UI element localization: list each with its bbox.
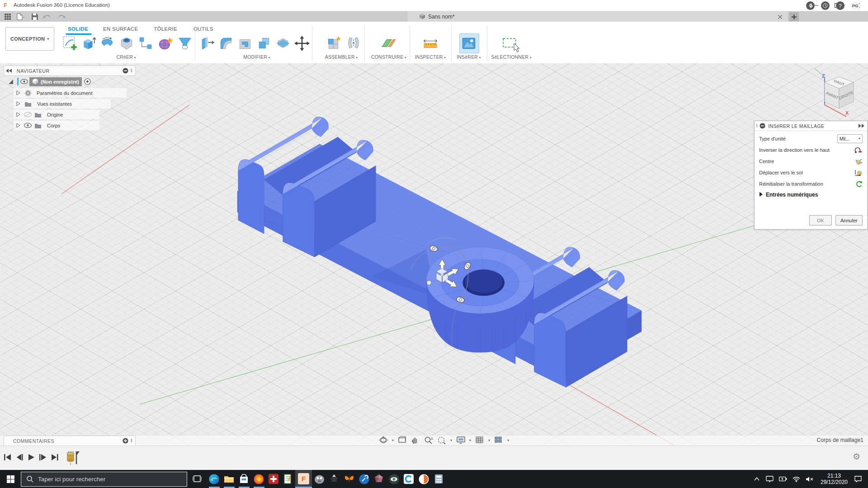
move-icon[interactable]: [294, 35, 310, 52]
shell-icon[interactable]: [237, 35, 253, 52]
tree-item-parametres[interactable]: Paramètres du document: [14, 88, 127, 98]
tab-outils[interactable]: OUTILS: [193, 26, 213, 32]
taskbar-app-notes[interactable]: [283, 474, 294, 484]
dialog-row-flip[interactable]: Inverser la direction vers le haut: [755, 144, 867, 155]
taskbar-app-medical[interactable]: [268, 474, 279, 484]
new-tab-button[interactable]: [789, 12, 799, 21]
viewport-3d[interactable]: HAUT AVANT DROITE Z X NAVIGATEUR ‖ (Non …: [0, 63, 868, 446]
taskbar-app-eye[interactable]: [388, 474, 399, 484]
file-menu-icon[interactable]: [16, 13, 24, 21]
expand-dialog-icon[interactable]: [859, 124, 865, 128]
pattern-icon[interactable]: [137, 35, 154, 52]
tab-en-surface[interactable]: EN SURFACE: [103, 26, 138, 32]
battery-icon[interactable]: [779, 476, 787, 482]
taskbar-app-store[interactable]: [238, 474, 249, 484]
step-back-icon[interactable]: [15, 453, 24, 461]
joint-icon[interactable]: [345, 35, 362, 52]
timeline-settings-gear-icon[interactable]: ⚙: [853, 451, 860, 462]
taskbar-app-gimp[interactable]: [314, 474, 325, 484]
taskbar-app-slicer[interactable]: [418, 474, 429, 484]
viewports-icon[interactable]: [494, 436, 503, 444]
construction-plane-icon[interactable]: [381, 35, 397, 52]
go-to-start-icon[interactable]: [4, 453, 12, 461]
group-label-creer[interactable]: CRéER: [116, 54, 136, 60]
dialog-minus-icon[interactable]: [760, 123, 765, 129]
taskbar-app-edge[interactable]: [208, 474, 219, 484]
flip-direction-icon[interactable]: [854, 146, 863, 154]
panel-grip[interactable]: ‖: [131, 68, 132, 73]
taskbar-app-fusion360[interactable]: F: [295, 470, 312, 488]
collapse-panel-icon[interactable]: [6, 69, 12, 73]
look-at-icon[interactable]: [398, 436, 407, 444]
group-label-inserer[interactable]: INSéRER: [457, 54, 481, 60]
chevron-down-icon[interactable]: ▾: [450, 438, 452, 442]
close-tab-icon[interactable]: [776, 13, 784, 21]
zoom-icon[interactable]: ±: [424, 436, 433, 444]
visibility-eye-icon[interactable]: [20, 79, 28, 84]
cast-display-icon[interactable]: [766, 476, 774, 482]
start-button[interactable]: [7, 475, 14, 483]
hidden-eye-icon[interactable]: [24, 112, 32, 117]
reset-transform-icon[interactable]: [855, 180, 863, 188]
revolve-icon[interactable]: [99, 35, 115, 52]
taskbar-app-tools[interactable]: [359, 474, 369, 484]
taskbar-app-inkscape[interactable]: [329, 474, 340, 484]
fillet-icon[interactable]: [218, 35, 234, 52]
taskbar-app-firefox[interactable]: [253, 474, 264, 484]
taskbar-app-butterfly[interactable]: [344, 474, 354, 484]
dialog-header[interactable]: ‖ INSéRER LE MAILLAGE: [755, 121, 867, 131]
group-label-selectionner[interactable]: SéLECTIONNER: [491, 54, 532, 60]
step-forward-icon[interactable]: [39, 453, 47, 461]
dialog-row-ground[interactable]: Déplacer vers le sol: [755, 167, 867, 178]
expand-arrow-icon[interactable]: [16, 123, 20, 128]
insert-image-icon[interactable]: [461, 35, 477, 52]
move-to-ground-icon[interactable]: [854, 169, 863, 176]
taskbar-app-calculator[interactable]: [433, 474, 444, 484]
redo-icon[interactable]: [57, 13, 65, 21]
play-icon[interactable]: [27, 453, 35, 461]
tree-item-corps[interactable]: Corps: [14, 121, 99, 130]
tab-solide[interactable]: SOLIDE: [68, 26, 88, 32]
volume-muted-icon[interactable]: [806, 476, 814, 482]
cancel-button[interactable]: Annuler: [835, 215, 863, 225]
timeline-mesh-feature[interactable]: [66, 450, 80, 467]
extrude-icon[interactable]: [80, 35, 97, 52]
chevron-down-icon[interactable]: ▾: [469, 438, 471, 442]
document-tab[interactable]: Sans nom*: [407, 11, 788, 22]
expand-root-icon[interactable]: [8, 79, 14, 84]
web-icon[interactable]: [177, 35, 193, 52]
job-status-wrench-icon[interactable]: [806, 1, 815, 10]
expand-arrow-icon[interactable]: [16, 101, 20, 106]
numeric-inputs-section[interactable]: Entrées numériques: [755, 189, 867, 200]
group-label-construire[interactable]: CONSTRUIRE: [371, 54, 406, 60]
taskbar-app-file-explorer[interactable]: [223, 474, 234, 484]
zoom-window-icon[interactable]: [437, 436, 446, 444]
action-center-icon[interactable]: [854, 476, 862, 482]
group-label-inspecter[interactable]: INSPECTER: [415, 54, 446, 60]
press-pull-icon[interactable]: [199, 35, 215, 52]
hidden-icons-chevron[interactable]: [754, 477, 760, 481]
hole-icon[interactable]: [118, 35, 135, 52]
orbit-icon[interactable]: [379, 436, 388, 444]
panel-minus-icon[interactable]: [123, 68, 128, 74]
wifi-icon[interactable]: [793, 476, 800, 482]
unit-dropdown[interactable]: Mil... ▾: [837, 134, 863, 143]
taskbar-search[interactable]: [21, 472, 187, 487]
help-icon[interactable]: ?: [836, 1, 844, 10]
avatar[interactable]: PG: [851, 1, 859, 10]
undo-icon[interactable]: [42, 13, 51, 21]
expand-arrow-icon[interactable]: [16, 90, 20, 95]
save-icon[interactable]: [31, 13, 39, 21]
navigator-header[interactable]: NAVIGATEUR ‖: [4, 66, 136, 76]
panel-plus-icon[interactable]: [123, 438, 128, 444]
comments-panel[interactable]: COMMENTAIRES ‖: [4, 436, 136, 446]
taskbar-app-cura[interactable]: [403, 474, 414, 484]
display-settings-icon[interactable]: [456, 436, 465, 444]
app-grid-icon[interactable]: [4, 13, 12, 21]
sketch-icon[interactable]: [62, 35, 78, 52]
chevron-down-icon[interactable]: ▾: [392, 438, 394, 442]
split-body-icon[interactable]: [275, 35, 291, 52]
tree-item-root[interactable]: (Non enregistré): [8, 77, 127, 86]
form-icon[interactable]: [157, 35, 174, 52]
recent-clock-icon[interactable]: [821, 1, 830, 10]
